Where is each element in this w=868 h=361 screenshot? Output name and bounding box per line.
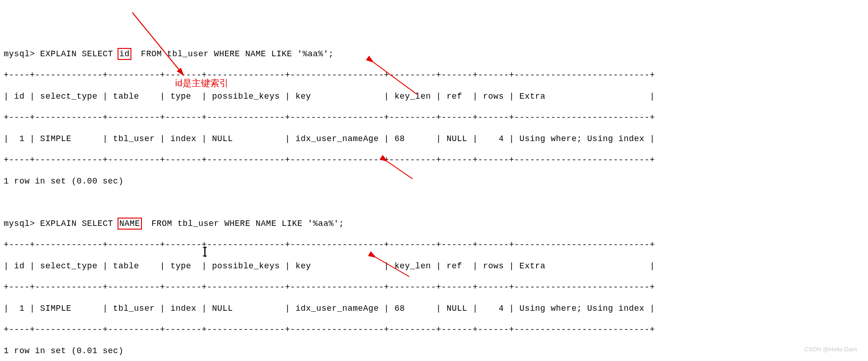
table-header: | id | select_type | table | type | poss… [4, 260, 864, 272]
table-row: | 1 | SIMPLE | tbl_user | index | NULL |… [4, 133, 864, 145]
rowcount: 1 row in set (0.00 sec) [4, 175, 864, 187]
query-pre: EXPLAIN SELECT [35, 219, 118, 228]
table-row: | 1 | SIMPLE | tbl_user | index | NULL |… [4, 302, 864, 314]
table-border: +----+-------------+----------+-------+-… [4, 154, 864, 166]
query-post: FROM tbl_user WHERE NAME LIKE '%aa%'; [130, 49, 334, 59]
query-line-2: mysql> EXPLAIN SELECT NAME FROM tbl_user… [4, 218, 864, 230]
table-border: +----+-------------+----------+-------+-… [4, 281, 864, 293]
annotation-pk-index: id是主键索引 [175, 77, 229, 89]
query-pre: EXPLAIN SELECT [35, 49, 118, 59]
blank-line [4, 196, 864, 208]
prompt: mysql> [4, 219, 35, 228]
watermark: CSDN @Hello Dam [804, 346, 857, 353]
prompt: mysql> [4, 49, 35, 59]
table-header: | id | select_type | table | type | poss… [4, 90, 864, 102]
table-border: +----+-------------+----------+-------+-… [4, 112, 864, 124]
rowcount: 1 row in set (0.01 sec) [4, 345, 864, 357]
mysql-terminal-output: mysql> EXPLAIN SELECT id FROM tbl_user W… [0, 37, 868, 361]
query-post: FROM tbl_user WHERE NAME LIKE '%aa%'; [141, 219, 344, 228]
query-line-1: mysql> EXPLAIN SELECT id FROM tbl_user W… [4, 48, 864, 60]
table-border: +----+-------------+----------+-------+-… [4, 324, 864, 336]
highlighted-column-id: id [118, 48, 132, 60]
table-border: +----+-------------+----------+-------+-… [4, 239, 864, 251]
table-border: +----+-------------+----------+-------+-… [4, 69, 864, 81]
highlighted-column-name: NAME [118, 218, 142, 230]
